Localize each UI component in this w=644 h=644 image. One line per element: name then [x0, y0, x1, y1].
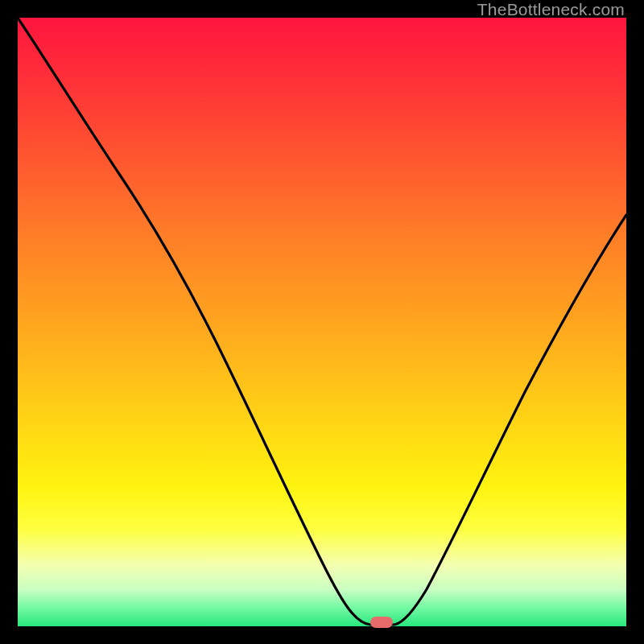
chart-frame: TheBottleneck.com: [0, 0, 644, 644]
curve-layer: [18, 18, 626, 626]
bottleneck-curve: [18, 18, 626, 625]
optimal-marker: [370, 617, 393, 628]
watermark-text: TheBottleneck.com: [477, 0, 625, 19]
plot-area: [18, 18, 626, 626]
